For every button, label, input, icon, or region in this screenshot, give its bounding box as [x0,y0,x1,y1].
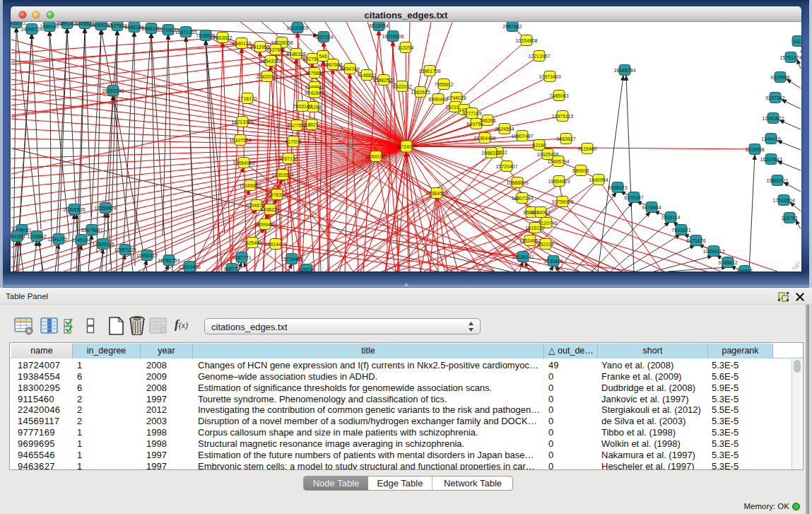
svg-text:14914479: 14914479 [264,242,286,247]
svg-text:7632621: 7632621 [671,228,690,233]
svg-text:12093872: 12093872 [762,116,784,121]
svg-text:6794028: 6794028 [447,95,466,100]
svg-text:21364436: 21364436 [473,136,495,141]
svg-text:2405572: 2405572 [11,22,26,25]
svg-text:12213967: 12213967 [528,54,550,59]
svg-text:62160: 62160 [532,143,546,148]
svg-text:8660123: 8660123 [232,41,251,46]
svg-text:7803147: 7803147 [293,104,312,109]
svg-text:17359924: 17359924 [94,206,116,211]
svg-text:17957225: 17957225 [114,247,136,252]
svg-text:7625402: 7625402 [242,240,261,245]
svg-text:113254: 113254 [398,45,414,50]
svg-text:18300295: 18300295 [365,154,387,159]
svg-text:12213319: 12213319 [231,119,253,124]
svg-text:8990448: 8990448 [428,97,447,102]
svg-text:9498222: 9498222 [260,207,279,212]
svg-text:10807487: 10807487 [511,134,533,139]
svg-text:8427552: 8427552 [287,123,306,128]
svg-text:1215682: 1215682 [27,234,46,239]
svg-text:16107554: 16107554 [229,138,251,143]
svg-text:746266: 746266 [479,118,495,123]
svg-text:10688609: 10688609 [506,180,528,185]
svg-text:2933114: 2933114 [661,215,681,220]
svg-text:9463627: 9463627 [556,136,575,141]
svg-text:10958117: 10958117 [136,253,158,258]
svg-text:15692971: 15692971 [766,178,788,183]
svg-text:129234: 129234 [298,267,314,272]
svg-text:18807249: 18807249 [511,196,533,201]
svg-text:9227342: 9227342 [765,95,784,100]
svg-text:2718170: 2718170 [237,96,257,101]
svg-text:1145194: 1145194 [72,238,91,243]
svg-text:19384554: 19384554 [425,191,447,196]
svg-text:19654923: 19654923 [548,179,570,184]
svg-text:15495794: 15495794 [547,159,569,164]
svg-text:417006: 417006 [285,139,301,144]
svg-text:18921: 18921 [305,122,319,127]
svg-text:29053346: 29053346 [102,88,124,93]
svg-text:10973493: 10973493 [539,74,560,79]
svg-text:20206535: 20206535 [63,207,85,212]
svg-text:3875685: 3875685 [305,71,324,76]
svg-text:8454749: 8454749 [340,66,359,71]
svg-text:9777169: 9777169 [462,111,481,116]
svg-text:12942737: 12942737 [47,237,69,242]
svg-text:689695: 689695 [572,168,589,173]
svg-text:9115460: 9115460 [578,146,597,151]
svg-text:19218506: 19218506 [382,34,404,39]
svg-text:252214: 252214 [537,242,553,247]
svg-text:14136141: 14136141 [512,255,534,259]
svg-text:546: 546 [319,54,327,59]
svg-text:12975115: 12975115 [552,114,574,119]
svg-text:9657771: 9657771 [232,255,251,260]
svg-text:9146821: 9146821 [357,73,376,78]
svg-text:39975887: 39975887 [81,228,102,233]
svg-text:9474444: 9474444 [642,205,661,210]
svg-text:16648784: 16648784 [613,68,635,73]
svg-text:16099489: 16099489 [254,222,276,227]
svg-text:19166852: 19166852 [239,183,261,188]
svg-text:924561: 924561 [736,269,753,272]
svg-text:9245612: 9245612 [718,260,737,265]
svg-text:3215958: 3215958 [745,147,764,152]
svg-text:16543382: 16543382 [259,59,281,64]
svg-text:8938923: 8938923 [608,185,627,190]
svg-text:6379197: 6379197 [624,195,643,200]
svg-text:9329906: 9329906 [770,75,789,80]
svg-text:8878332: 8878332 [267,192,286,197]
svg-text:10154808: 10154808 [515,38,537,43]
svg-text:1244419: 1244419 [761,136,780,141]
svg-text:16961758: 16961758 [418,69,440,74]
svg-text:2987682: 2987682 [502,24,522,29]
svg-text:1117: 1117 [793,39,801,44]
svg-text:16033809: 16033809 [286,25,308,30]
svg-text:12505135: 12505135 [92,242,114,247]
svg-text:1640954: 1640954 [589,177,608,182]
svg-text:7955812: 7955812 [434,82,453,87]
svg-text:25882520: 25882520 [372,78,394,83]
svg-text:9242843: 9242843 [305,90,324,95]
svg-text:3624554: 3624554 [495,127,514,132]
svg-text:965777: 965777 [223,267,240,271]
svg-text:9384067: 9384067 [531,210,550,215]
svg-text:1362615: 1362615 [411,90,430,95]
svg-text:1615132: 1615132 [525,226,544,230]
svg-text:391554: 391554 [11,234,25,239]
svg-text:22420046: 22420046 [256,74,278,79]
svg-text:7663822: 7663822 [213,35,232,40]
svg-text:9327506: 9327506 [266,47,285,52]
svg-text:10654112: 10654112 [703,249,725,254]
svg-text:7485063: 7485063 [549,93,568,98]
svg-text:16782759: 16782759 [158,258,180,263]
svg-text:15716485: 15716485 [281,257,302,262]
svg-text:3267130: 3267130 [278,156,298,161]
svg-text:9322037: 9322037 [392,84,411,89]
svg-text:7357224: 7357224 [314,35,333,40]
svg-text:12923466: 12923466 [178,264,200,269]
svg-text:2986312: 2986312 [481,151,500,156]
svg-text:16210643: 16210643 [760,157,782,162]
svg-text:8186328: 8186328 [286,52,305,57]
svg-text:16671355: 16671355 [175,30,196,35]
svg-text:19654985: 19654985 [233,160,254,165]
